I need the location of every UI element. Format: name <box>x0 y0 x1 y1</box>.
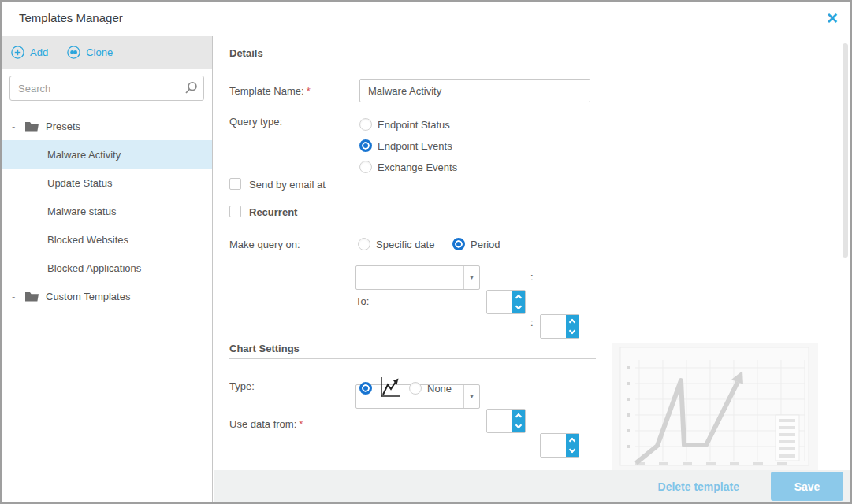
line-chart-icon <box>378 376 400 399</box>
radio-endpoint-status-label: Endpoint Status <box>378 119 450 131</box>
to-date-dropdown-button[interactable]: ▼ <box>463 385 479 408</box>
dialog-title: Templates Manager <box>19 11 123 24</box>
radio-endpoint-events-label: Endpoint Events <box>378 140 452 152</box>
recurrent-checkbox[interactable] <box>229 206 241 217</box>
template-name-input[interactable] <box>359 79 590 102</box>
chevron-down-icon: ▼ <box>469 394 474 399</box>
dialog-header: Templates Manager × <box>2 2 850 35</box>
radio-none-label: None <box>427 383 452 395</box>
chart-settings-divider <box>229 358 596 359</box>
close-icon[interactable]: × <box>827 6 838 30</box>
tree-item-malware-status[interactable]: Malware status <box>2 197 212 225</box>
template-name-label: Template Name:* <box>229 85 311 97</box>
radio-specific-date[interactable] <box>358 238 370 250</box>
main-panel: Details Template Name:* Query type: Endp… <box>214 36 850 502</box>
sidebar-toolbar: Add Clone <box>2 36 212 69</box>
vertical-scrollbar-thumb[interactable] <box>843 43 848 258</box>
time-colon: : <box>530 271 534 283</box>
dialog-footer: Delete template Save <box>214 470 850 502</box>
from-hour-stepper[interactable] <box>486 290 526 314</box>
recurrent-divider <box>215 224 839 224</box>
tree-folder-label: Custom Templates <box>46 291 130 302</box>
template-tree: - Presets Malware Activity Update Status… <box>2 112 212 310</box>
chart-preview <box>612 343 818 470</box>
send-by-email-label: Send by email at <box>249 179 326 191</box>
chart-preview-graphic <box>612 343 818 470</box>
save-button[interactable]: Save <box>771 472 843 501</box>
spinner-up-icon[interactable] <box>569 438 575 444</box>
clone-button-label: Clone <box>86 46 113 58</box>
radio-exchange-events-label: Exchange Events <box>378 161 457 173</box>
radio-chart-type-none[interactable] <box>409 382 422 395</box>
folder-icon <box>25 291 39 302</box>
tree-item-label: Malware Activity <box>47 149 121 161</box>
clone-button[interactable]: Clone <box>67 46 113 59</box>
tree-item-label: Blocked Websites <box>47 234 128 246</box>
delete-template-button[interactable]: Delete template <box>658 480 739 493</box>
from-hour-spinner-buttons[interactable] <box>512 291 525 313</box>
tree-item-update-status[interactable]: Update Status <box>2 169 212 197</box>
details-heading: Details <box>229 47 263 59</box>
to-minute-stepper[interactable] <box>540 433 579 458</box>
radio-period[interactable] <box>452 238 465 250</box>
search-input[interactable] <box>9 76 204 101</box>
tree-folder-custom-templates[interactable]: - Custom Templates <box>2 282 212 310</box>
tree-folder-presets[interactable]: - Presets <box>2 112 212 140</box>
send-by-email-checkbox[interactable] <box>229 178 241 190</box>
to-hour-spinner-buttons[interactable] <box>512 410 525 432</box>
make-query-on-label: Make query on: <box>229 239 300 250</box>
recurrent-label: Recurrent <box>249 206 297 218</box>
to-label: To: <box>355 295 369 307</box>
details-divider <box>229 65 839 65</box>
folder-icon <box>25 121 39 132</box>
radio-period-label: Period <box>471 239 500 250</box>
add-button-label: Add <box>30 46 48 58</box>
search-box <box>9 76 204 101</box>
tree-item-label: Malware status <box>47 206 116 217</box>
chart-settings-heading: Chart Settings <box>229 343 300 354</box>
tree-item-label: Blocked Applications <box>47 262 141 274</box>
to-hour-stepper[interactable] <box>486 409 526 433</box>
search-icon <box>184 81 198 95</box>
query-type-label: Query type: <box>229 116 282 128</box>
spinner-down-icon[interactable] <box>569 328 575 334</box>
spinner-up-icon[interactable] <box>515 413 522 420</box>
tree-item-blocked-websites[interactable]: Blocked Websites <box>2 225 212 254</box>
required-asterisk: * <box>299 418 303 430</box>
required-asterisk: * <box>307 85 311 97</box>
from-date-select[interactable]: ▼ <box>355 265 480 290</box>
tree-item-label: Update Status <box>47 177 112 189</box>
radio-exchange-events[interactable] <box>359 161 372 173</box>
from-minute-stepper[interactable] <box>540 314 579 339</box>
spinner-down-icon[interactable] <box>515 422 522 428</box>
tree-item-malware-activity[interactable]: Malware Activity <box>2 140 212 169</box>
radio-specific-date-label: Specific date <box>376 239 434 250</box>
clone-icon <box>67 46 80 59</box>
spinner-up-icon[interactable] <box>515 295 522 301</box>
spinner-down-icon[interactable] <box>515 303 522 309</box>
templates-manager-dialog: Templates Manager × Add Clone <box>0 0 852 504</box>
expander-icon[interactable]: - <box>12 291 18 302</box>
sidebar: Add Clone - <box>2 36 213 502</box>
radio-endpoint-events[interactable] <box>359 139 372 152</box>
add-button[interactable]: Add <box>11 46 48 59</box>
time-colon: : <box>530 317 534 328</box>
spinner-up-icon[interactable] <box>569 319 575 325</box>
chevron-down-icon: ▼ <box>469 275 474 280</box>
chart-type-label: Type: <box>229 380 255 392</box>
spinner-down-icon[interactable] <box>569 447 575 453</box>
from-date-dropdown-button[interactable]: ▼ <box>463 266 479 289</box>
expander-icon[interactable]: - <box>12 120 18 132</box>
tree-folder-label: Presets <box>46 120 80 132</box>
use-data-from-label: Use data from:* <box>229 418 303 430</box>
radio-chart-type-line[interactable] <box>359 382 372 395</box>
plus-circle-icon <box>11 46 24 59</box>
from-minute-spinner-buttons[interactable] <box>566 315 579 338</box>
to-minute-spinner-buttons[interactable] <box>566 434 579 457</box>
tree-item-blocked-applications[interactable]: Blocked Applications <box>2 254 212 282</box>
radio-endpoint-status[interactable] <box>359 118 372 131</box>
